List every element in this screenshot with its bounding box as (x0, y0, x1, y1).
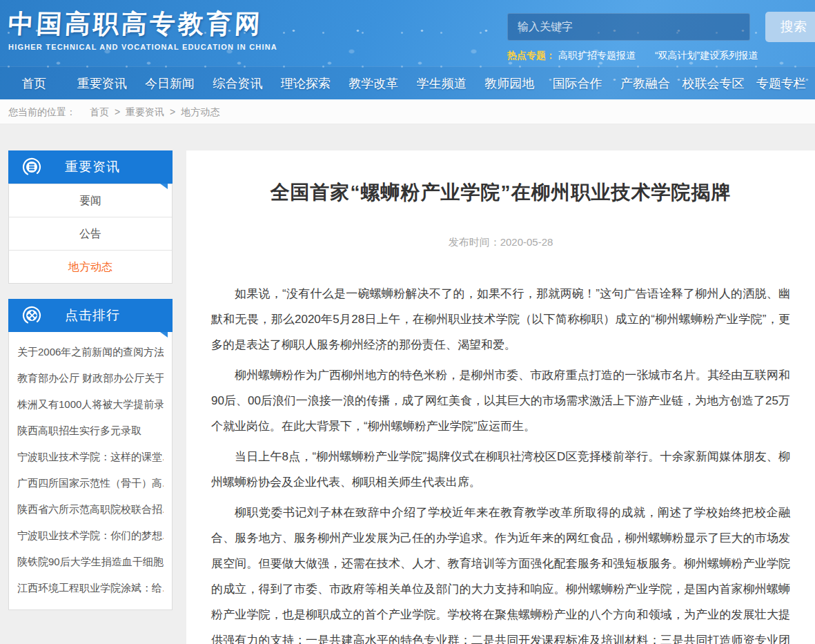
nav-item[interactable]: 理论探索 (272, 67, 340, 99)
ranking-item[interactable]: 陕西高职招生实行多元录取 (17, 418, 164, 444)
ranking-item[interactable]: 宁波职业技术学院：这样的课堂... (17, 444, 164, 470)
site-logo[interactable]: 中国高职高专教育网 HIGHER TECHNICAL AND VOCATIONA… (8, 7, 277, 51)
publish-date: 发布时间：2020-05-28 (211, 236, 790, 249)
nav-item[interactable]: 首页 (0, 67, 68, 99)
breadcrumb-link[interactable]: 地方动态 (181, 106, 219, 117)
article-paragraph: 柳职党委书记刘子林在致辞中介绍了学校近年来在教育教学改革所取得的成就，阐述了学校… (211, 500, 790, 644)
main-nav: 首页重要资讯今日新闻综合资讯理论探索教学改革学生频道教师园地国际合作产教融合校联… (0, 66, 815, 99)
ranking-item[interactable]: 株洲又有1000人将被大学提前录... (17, 391, 164, 418)
nav-item[interactable]: 教师园地 (475, 67, 543, 99)
circled-diamonds-icon (22, 306, 41, 325)
news-menu-header: 重要资讯 (8, 150, 173, 184)
breadcrumb-link[interactable]: 重要资讯 (126, 106, 164, 117)
search-input[interactable] (507, 13, 750, 41)
hot-topics: 热点专题： 高职扩招专题报道“双高计划”建设系列报道 (507, 50, 777, 62)
hot-topic-link[interactable]: 高职扩招专题报道 (558, 50, 636, 61)
nav-item[interactable]: 教学改革 (340, 67, 407, 99)
breadcrumb-separator: > (170, 106, 175, 117)
site-logo-subtitle: HIGHER TECHNICAL AND VOCATIONAL EDUCATIO… (8, 43, 277, 51)
ranking-header: 点击排行 (8, 299, 173, 332)
ranking-item[interactable]: 陕铁院90后大学生捐造血干细胞... (17, 549, 164, 575)
article-body: 如果说，“没有什么是一碗螺蛳粉解决不了的，如果不行，那就两碗！”这句广告语诠释了… (211, 281, 790, 644)
news-menu-item[interactable]: 要闻 (9, 184, 172, 217)
breadcrumb-crumb: >地方动态 (164, 106, 219, 117)
circled-list-icon (22, 157, 41, 177)
ranking-item[interactable]: 陕西省六所示范高职院校联合招... (17, 496, 164, 523)
breadcrumb-crumb: >重要资讯 (109, 106, 164, 117)
nav-item[interactable]: 学生频道 (408, 67, 475, 99)
hot-topics-label: 热点专题： (507, 50, 556, 61)
article-paragraph: 如果说，“没有什么是一碗螺蛳粉解决不了的，如果不行，那就两碗！”这句广告语诠释了… (211, 281, 790, 358)
page-body: 重要资讯 要闻公告地方动态 点击排行 关于2006年之前新闻 (0, 124, 815, 644)
hot-topic-link[interactable]: “双高计划”建设系列报道 (655, 50, 758, 61)
site-logo-title: 中国高职高专教育网 (8, 7, 279, 41)
ranking-item[interactable]: 江西环境工程职业学院涂斌：给... (17, 575, 164, 601)
ranking-item[interactable]: 广西四所国家示范性（骨干）高... (17, 470, 164, 496)
news-menu-item[interactable]: 公告 (9, 217, 172, 250)
nav-item[interactable]: 专题专栏 (747, 67, 815, 99)
breadcrumb-crumb: 首页 (79, 106, 109, 117)
header-top: 中国高职高专教育网 HIGHER TECHNICAL AND VOCATIONA… (0, 0, 815, 66)
ranking-item[interactable]: 教育部办公厅 财政部办公厅关于... (17, 365, 164, 391)
news-menu-title: 重要资讯 (41, 158, 144, 176)
nav-item[interactable]: 今日新闻 (136, 67, 204, 99)
news-menu-list: 要闻公告地方动态 (9, 184, 172, 283)
nav-item[interactable]: 重要资讯 (68, 67, 135, 99)
nav-item[interactable]: 产教融合 (611, 67, 679, 99)
breadcrumb-separator: > (115, 106, 120, 117)
nav-item[interactable]: 校联会专区 (679, 67, 747, 99)
article-paragraph: 柳州螺蛳粉作为广西柳州地方的特色米粉，是柳州市委、市政府重点打造的一张城市名片。… (211, 362, 790, 439)
breadcrumb-link[interactable]: 首页 (90, 106, 109, 117)
ranking-list: 关于2006年之前新闻的查阅方法教育部办公厅 财政部办公厅关于...株洲又有10… (9, 332, 172, 609)
breadcrumb-label: 您当前的位置： (8, 106, 76, 117)
breadcrumb-crumbs: 首页>重要资讯>地方动态 (79, 106, 219, 117)
breadcrumb: 您当前的位置： 首页>重要资讯>地方动态 (0, 99, 815, 124)
nav-item[interactable]: 综合资讯 (204, 67, 271, 99)
news-menu-box: 重要资讯 要闻公告地方动态 (8, 150, 173, 284)
nav-item[interactable]: 国际合作 (543, 67, 611, 99)
article-paragraph: 当日上午8点，“柳州螺蛳粉产业学院”揭牌仪式在柳职社湾校区D区竞择楼前举行。十余… (211, 444, 790, 495)
article-title: 全国首家“螺蛳粉产业学院”在柳州职业技术学院揭牌 (211, 179, 790, 206)
ranking-box: 点击排行 关于2006年之前新闻的查阅方法教育部办公厅 财政部办公厅关于...株… (8, 299, 173, 610)
news-menu-item[interactable]: 地方动态 (9, 250, 172, 283)
ranking-title: 点击排行 (41, 306, 144, 324)
site-header: 中国高职高专教育网 HIGHER TECHNICAL AND VOCATIONA… (0, 0, 815, 99)
hot-topics-links: 高职扩招专题报道“双高计划”建设系列报道 (558, 50, 777, 61)
ranking-item[interactable]: 关于2006年之前新闻的查阅方法 (17, 339, 164, 365)
search-button[interactable]: 搜索 (765, 12, 815, 42)
sidebar: 重要资讯 要闻公告地方动态 点击排行 关于2006年之前新闻 (8, 150, 173, 625)
ranking-item[interactable]: 宁波职业技术学院：你们的梦想... (17, 523, 164, 549)
article-panel: 全国首家“螺蛳粉产业学院”在柳州职业技术学院揭牌 发布时间：2020-05-28… (186, 150, 815, 644)
search-area: 搜索 热点专题： 高职扩招专题报道“双高计划”建设系列报道 (491, 0, 815, 66)
